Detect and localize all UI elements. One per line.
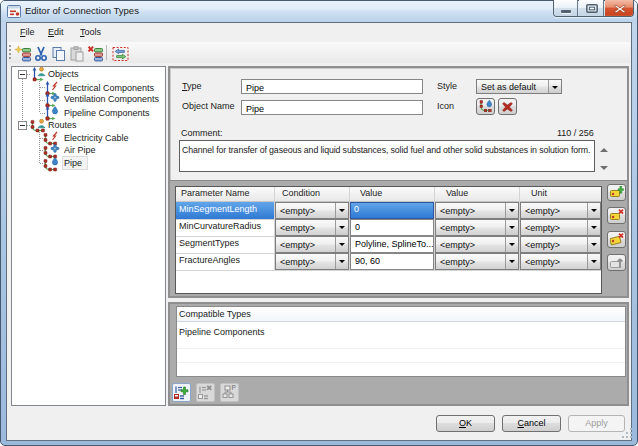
- svg-text:P: P: [232, 385, 236, 391]
